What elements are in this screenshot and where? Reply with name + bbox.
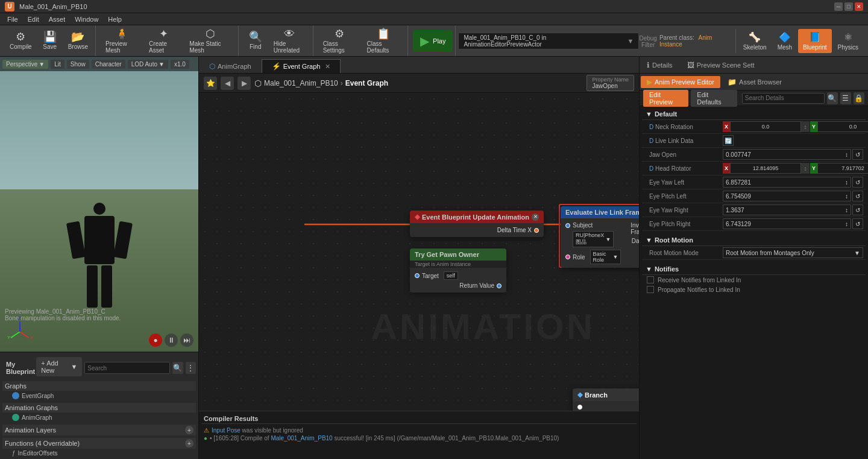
blueprint-options-button[interactable]: ⋮ [186,362,197,374]
find-button[interactable]: 🔍 Find [244,29,268,52]
animation-layers-header[interactable]: Animation Layers + [2,425,196,435]
propagate-notifies-checkbox[interactable] [647,286,654,293]
character-button[interactable]: Character [92,60,125,69]
menu-edit[interactable]: Edit [23,14,44,24]
play-button[interactable]: ▶ Play [413,30,453,52]
details-search-input[interactable] [742,93,825,104]
play-label: Play [433,37,445,45]
neck-rotation-type-icon: D [649,124,653,130]
blueprint-search-input[interactable] [84,362,170,374]
details-search-button[interactable]: 🔍 [827,92,838,104]
menu-asset[interactable]: Asset [44,14,71,24]
live-link-data-row: D Live Link Data 🔄 [642,134,866,148]
breadcrumb-forward-button[interactable]: ▶ [237,77,251,90]
hide-unrelated-button[interactable]: 👁 Hide Unrelated [269,26,310,56]
compile-button[interactable]: ⚙ Compile [5,29,37,52]
eye-yaw-right-input[interactable]: 1.3637 ↕ [723,204,851,215]
animation-graphs-header[interactable]: Animation Graphs [2,403,196,413]
eye-yaw-left-input[interactable]: 6.857281 ↕ [723,177,851,188]
root-motion-mode-dropdown[interactable]: Root Motion from Montages Only ▼ [723,247,863,258]
evaluate-node[interactable]: Evaluate Live Link Frame Subject RU|Phon… [561,206,639,268]
neck-rotation-x-input[interactable] [730,121,801,132]
minimize-button[interactable]: ─ [834,2,843,11]
evaluate-data-result-port: Data Result [626,236,639,245]
preview-mesh-button[interactable]: 🧍 Preview Mesh [101,26,143,56]
scale-button[interactable]: x1.0 [171,60,189,69]
lit-button[interactable]: Lit [51,60,64,69]
class-defaults-button[interactable]: 📋 Class Defaults [362,26,405,56]
in-editor-offsets-item[interactable]: ƒ InEditorOffsets [2,449,196,458]
make-static-mesh-button[interactable]: ⬡ Make Static Mesh [184,26,235,56]
receive-notifies-checkbox[interactable] [647,276,654,283]
edit-defaults-button[interactable]: Edit Defaults [691,90,737,107]
add-new-button[interactable]: + Add New ▼ [36,357,82,376]
pause-button[interactable]: ⏸ [165,334,178,347]
eye-yaw-right-reset[interactable]: ↺ [852,204,863,215]
menu-help[interactable]: Help [103,14,127,24]
default-section-header[interactable]: ▼ Default [642,109,866,120]
event-node[interactable]: ◆ Event Blueprint Update Animation ✕ Del… [410,211,544,237]
root-motion-section-header[interactable]: ▼ Root Motion [642,235,866,246]
skeleton-tab[interactable]: 🦴 Skeleton [738,29,772,53]
perspective-button[interactable]: Perspective ▼ [2,60,48,69]
neck-rotation-y-input[interactable] [817,121,868,132]
edit-preview-button[interactable]: Edit Preview [643,90,688,107]
breadcrumb-home[interactable]: Male_001_Anim_PB10 [264,79,338,87]
eye-pitch-left-reset[interactable]: ↺ [852,191,863,201]
jaw-open-reset[interactable]: ↺ [852,149,863,160]
anim-preview-editor-tab[interactable]: ▶ Anim Preview Editor [641,76,720,88]
head-rotator-x-input[interactable] [730,163,801,174]
eye-pitch-right-input[interactable]: 6.743129 ↕ [723,218,851,229]
show-button[interactable]: Show [67,60,89,69]
save-button[interactable]: 💾 Save [38,29,62,52]
evaluate-subject-dropdown[interactable]: RU|PhoneX图品 ▼ [573,231,614,247]
eye-yaw-left-text: 6.857281 [726,179,751,186]
details-tab[interactable]: ℹ Details [640,59,680,72]
live-link-data-badge[interactable]: 🔄 [723,135,734,146]
head-x-spin[interactable]: ↕ [801,163,810,174]
anim-graph-tab[interactable]: ⬡ AnimGraph [199,59,262,73]
evaluate-role-dropdown[interactable]: Basic Role ▼ [590,250,621,264]
notifies-section-header[interactable]: ▼ Notifies [642,264,866,275]
eye-pitch-right-reset[interactable]: ↺ [852,218,863,229]
eye-yaw-left-reset[interactable]: ↺ [852,177,863,188]
blueprint-search-button[interactable]: 🔍 [172,362,183,374]
breadcrumb-home-button[interactable]: ⭐ [204,77,217,90]
animation-layers-add-button[interactable]: + [185,426,193,434]
class-settings-button[interactable]: ⚙ Class Settings [318,26,361,56]
receive-notifies-row: Receive Notifies from Linked In [642,275,866,285]
anim-graph-item[interactable]: AnimGraph [2,413,196,422]
neck-rotation-x-spin[interactable]: ↕ [801,121,810,132]
head-rotator-y-input[interactable] [817,163,868,174]
functions-header[interactable]: Functions (4 Overridable) + [2,438,196,449]
event-node-close[interactable]: ✕ [532,214,539,221]
jaw-open-input[interactable]: 0.007747 ↕ [723,149,851,160]
menu-window[interactable]: Window [70,14,103,24]
mesh-tab[interactable]: 🔷 Mesh [773,29,797,53]
physics-tab[interactable]: ⚛ Physics [833,29,863,53]
details-options-button[interactable]: ☰ [840,92,851,104]
branch1-node[interactable]: ◆ Branch Condition True [573,388,639,411]
preview-scene-tab[interactable]: 🖼 Preview Scene Sett [680,59,762,72]
browse-button[interactable]: 📂 Browse [63,29,93,52]
details-lock-button[interactable]: 🔒 [854,92,864,104]
graphs-section-header[interactable]: Graphs [2,381,196,391]
event-graph-item[interactable]: EventGraph [2,391,196,400]
menu-file[interactable]: File [2,14,23,24]
lod-button[interactable]: LOD Auto ▼ [128,60,168,69]
debug-filter-dropdown[interactable]: Male_001_Anim_PB10_C_0 in AnimationEdito… [458,33,639,49]
event-graph-tab-close[interactable]: ✕ [325,63,330,71]
blueprint-tab[interactable]: 📘 Blueprint [798,29,831,53]
step-button[interactable]: ⏭ [180,334,193,347]
create-asset-button[interactable]: ✦ Create Asset [144,26,183,56]
asset-browser-tab[interactable]: 📁 Asset Browser [722,76,788,88]
event-graph-tab[interactable]: ⚡ Event Graph ✕ [262,59,341,73]
breadcrumb-back-button[interactable]: ◀ [221,77,234,90]
record-button[interactable]: ● [149,334,162,347]
pawn-node[interactable]: Try Get Pawn Owner Target is Anim Instan… [410,248,506,293]
functions-add-button[interactable]: + [185,439,193,448]
close-button[interactable]: ✕ [855,2,863,11]
restore-button[interactable]: □ [844,2,853,11]
graph-canvas[interactable]: ◆ Event Blueprint Update Animation ✕ Del… [199,93,639,411]
eye-pitch-left-input[interactable]: 6.754509 ↕ [723,191,851,201]
